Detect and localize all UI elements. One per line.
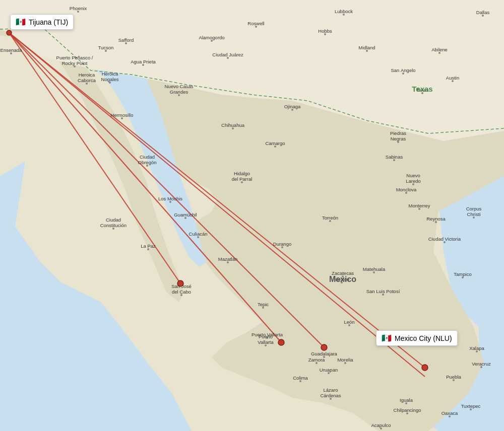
origin-flag: 🇲🇽	[16, 17, 26, 27]
destination-flag: 🇲🇽	[382, 333, 392, 343]
destination-badge[interactable]: 🇲🇽 Mexico City (NLU)	[376, 330, 458, 346]
origin-label: Tijuana (TIJ)	[29, 18, 68, 26]
origin-badge[interactable]: 🇲🇽 Tijuana (TIJ)	[10, 14, 74, 30]
map-canvas	[0, 0, 504, 431]
map-container: 🇲🇽 Tijuana (TIJ) 🇲🇽 Mexico City (NLU)	[0, 0, 504, 431]
destination-label: Mexico City (NLU)	[395, 334, 452, 342]
